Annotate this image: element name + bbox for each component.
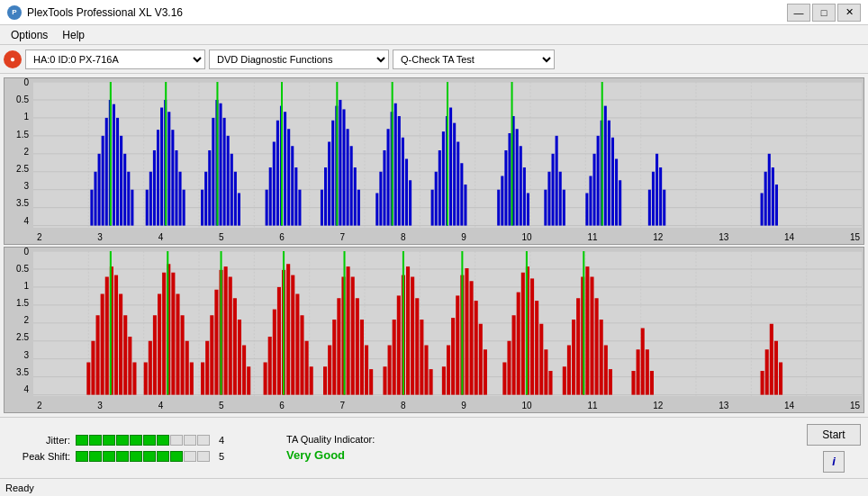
svg-rect-250 bbox=[512, 315, 516, 394]
svg-rect-105 bbox=[497, 190, 500, 226]
svg-rect-122 bbox=[589, 176, 592, 226]
top-chart-y-axis: 4 3.5 3 2.5 2 1.5 1 0.5 0 bbox=[5, 78, 32, 228]
svg-rect-71 bbox=[321, 190, 323, 226]
svg-rect-43 bbox=[171, 130, 174, 225]
svg-rect-44 bbox=[175, 150, 177, 226]
svg-rect-180 bbox=[158, 293, 161, 394]
close-button[interactable]: ✕ bbox=[837, 4, 861, 22]
svg-rect-69 bbox=[298, 190, 301, 226]
top-chart-container: 4 3.5 3 2.5 2 1.5 1 0.5 0 bbox=[4, 77, 864, 245]
svg-rect-63 bbox=[276, 121, 279, 226]
svg-rect-227 bbox=[393, 320, 396, 395]
svg-rect-66 bbox=[287, 129, 290, 225]
svg-rect-78 bbox=[347, 129, 349, 225]
svg-rect-175 bbox=[132, 362, 136, 394]
svg-rect-106 bbox=[501, 176, 503, 226]
svg-rect-252 bbox=[521, 272, 525, 394]
svg-rect-191 bbox=[210, 315, 213, 394]
meter-seg-10 bbox=[197, 435, 210, 446]
svg-rect-79 bbox=[350, 146, 353, 225]
svg-rect-230 bbox=[406, 266, 410, 395]
x-label: 7 bbox=[340, 401, 346, 410]
svg-rect-269 bbox=[609, 369, 612, 395]
svg-rect-207 bbox=[291, 275, 294, 394]
y-label: 1.5 bbox=[16, 299, 29, 308]
svg-rect-102 bbox=[460, 163, 463, 225]
meter-seg-5 bbox=[130, 451, 142, 462]
menu-help[interactable]: Help bbox=[55, 27, 92, 43]
svg-rect-116 bbox=[552, 154, 555, 226]
svg-rect-99 bbox=[449, 108, 452, 226]
start-button[interactable]: Start bbox=[807, 424, 861, 446]
y-label: 1 bbox=[23, 113, 29, 122]
svg-rect-198 bbox=[242, 345, 246, 394]
svg-rect-260 bbox=[567, 345, 571, 394]
svg-rect-232 bbox=[415, 298, 419, 394]
svg-rect-62 bbox=[273, 142, 276, 226]
svg-rect-141 bbox=[775, 185, 778, 226]
svg-rect-194 bbox=[224, 266, 228, 395]
app-icon: P bbox=[7, 5, 22, 20]
svg-rect-255 bbox=[535, 301, 538, 395]
x-label: 9 bbox=[461, 232, 466, 242]
svg-rect-214 bbox=[328, 345, 331, 394]
meter-seg-4 bbox=[116, 435, 129, 446]
svg-rect-37 bbox=[149, 172, 152, 226]
svg-rect-138 bbox=[764, 172, 767, 226]
bottom-panel: Jitter: 4 Peak Shift: bbox=[0, 417, 868, 478]
svg-rect-61 bbox=[269, 167, 272, 226]
svg-rect-40 bbox=[160, 108, 163, 226]
y-label: 0.5 bbox=[16, 95, 29, 104]
svg-rect-244 bbox=[475, 301, 478, 395]
titlebar-title: PlexTools Professional XL V3.16 bbox=[27, 6, 183, 19]
svg-rect-201 bbox=[264, 362, 267, 394]
meter-seg-8 bbox=[170, 451, 183, 462]
x-label: 10 bbox=[522, 232, 532, 242]
meter-seg-6 bbox=[143, 435, 156, 446]
titlebar: P PlexTools Professional XL V3.16 — □ ✕ bbox=[0, 0, 868, 25]
svg-rect-65 bbox=[284, 112, 286, 225]
x-label: 2 bbox=[37, 401, 42, 410]
y-label: 2.5 bbox=[16, 165, 29, 174]
svg-rect-32 bbox=[123, 154, 126, 226]
action-buttons-section: Start i bbox=[807, 424, 861, 473]
svg-rect-273 bbox=[637, 349, 640, 394]
svg-rect-67 bbox=[291, 146, 294, 225]
svg-rect-140 bbox=[772, 167, 774, 226]
svg-rect-107 bbox=[504, 150, 507, 226]
svg-rect-76 bbox=[339, 100, 341, 226]
svg-rect-25 bbox=[98, 154, 101, 226]
svg-rect-183 bbox=[171, 272, 175, 394]
bottom-chart-inner bbox=[33, 251, 862, 397]
jitter-row: Jitter: 4 bbox=[7, 435, 259, 446]
test-select[interactable]: Q-Check TA Test bbox=[393, 50, 555, 69]
device-icon: ● bbox=[4, 50, 22, 68]
svg-rect-171 bbox=[114, 275, 118, 394]
svg-rect-168 bbox=[101, 293, 104, 394]
svg-rect-103 bbox=[464, 185, 466, 226]
function-select[interactable]: DVD Diagnostic Functions bbox=[209, 50, 389, 69]
drive-select[interactable]: HA:0 ID:0 PX-716A bbox=[25, 50, 205, 69]
info-button[interactable]: i bbox=[823, 451, 845, 473]
top-chart-x-axis: 2 3 4 5 6 7 8 9 10 11 12 13 14 15 bbox=[33, 232, 863, 242]
toolbar: ● HA:0 ID:0 PX-716A DVD Diagnostic Funct… bbox=[0, 45, 868, 74]
svg-rect-55 bbox=[227, 136, 230, 226]
svg-rect-81 bbox=[357, 190, 360, 226]
x-label: 8 bbox=[401, 232, 406, 242]
meter-seg-6 bbox=[143, 451, 156, 462]
x-label: 5 bbox=[219, 401, 224, 410]
menu-options[interactable]: Options bbox=[4, 27, 55, 43]
top-chart-svg bbox=[33, 82, 862, 228]
svg-rect-249 bbox=[507, 340, 511, 394]
x-label: 15 bbox=[850, 232, 860, 242]
maximize-button[interactable]: □ bbox=[812, 4, 836, 22]
svg-rect-42 bbox=[167, 112, 170, 225]
ta-quality-value: Very Good bbox=[286, 448, 345, 462]
svg-rect-245 bbox=[479, 323, 483, 394]
minimize-button[interactable]: — bbox=[787, 4, 810, 22]
svg-rect-89 bbox=[398, 116, 401, 226]
x-label: 12 bbox=[653, 401, 663, 410]
svg-rect-97 bbox=[442, 131, 445, 226]
svg-rect-46 bbox=[183, 190, 185, 226]
svg-rect-196 bbox=[233, 298, 237, 394]
